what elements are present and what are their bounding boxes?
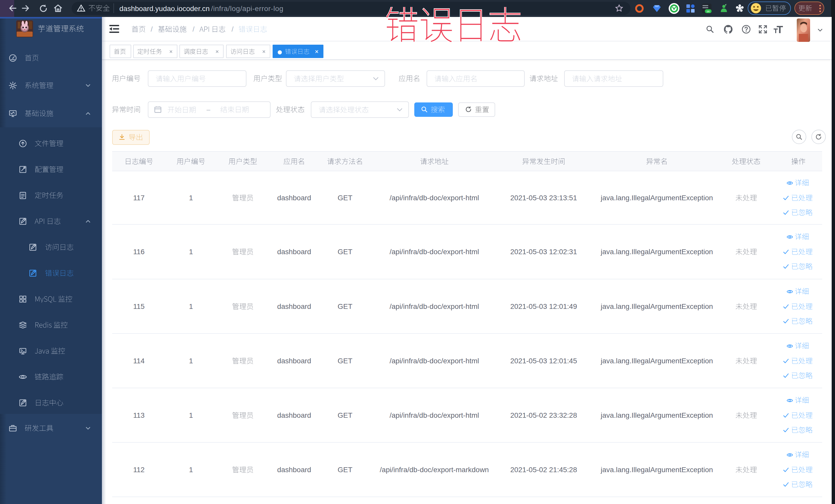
svg-text:on: on: [707, 10, 710, 13]
